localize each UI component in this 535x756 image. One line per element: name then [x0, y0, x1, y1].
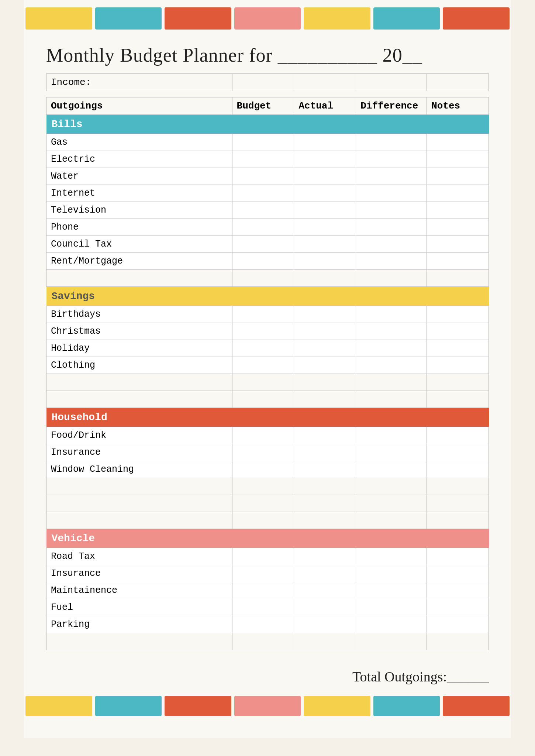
diff-water[interactable]: [356, 168, 427, 185]
budget-road-tax[interactable]: [232, 548, 294, 565]
budget-council-tax[interactable]: [232, 236, 294, 253]
diff-food-drink[interactable]: [356, 427, 427, 444]
row-food-drink: Food/Drink: [46, 427, 489, 444]
actual-rent-mortgage[interactable]: [294, 253, 356, 270]
actual-gas[interactable]: [294, 134, 356, 151]
bottom-color-bar-pink: [234, 696, 301, 716]
notes-food-drink[interactable]: [427, 427, 489, 444]
diff-holiday[interactable]: [356, 340, 427, 357]
actual-clothing[interactable]: [294, 357, 356, 374]
notes-internet[interactable]: [427, 185, 489, 202]
notes-television[interactable]: [427, 202, 489, 219]
budget-holiday[interactable]: [232, 340, 294, 357]
diff-television[interactable]: [356, 202, 427, 219]
income-notes-cell[interactable]: [427, 74, 489, 91]
col-outgoings: Outgoings: [46, 97, 232, 115]
budget-vehicle-insurance[interactable]: [232, 565, 294, 582]
bottom-color-bar-teal: [95, 696, 162, 716]
actual-council-tax[interactable]: [294, 236, 356, 253]
row-phone: Phone: [46, 219, 489, 236]
actual-vehicle-insurance[interactable]: [294, 565, 356, 582]
budget-gas[interactable]: [232, 134, 294, 151]
budget-food-drink[interactable]: [232, 427, 294, 444]
color-bar-pink: [234, 7, 301, 30]
notes-vehicle-insurance[interactable]: [427, 565, 489, 582]
budget-clothing[interactable]: [232, 357, 294, 374]
label-clothing: Clothing: [46, 357, 232, 374]
notes-road-tax[interactable]: [427, 548, 489, 565]
diff-parking[interactable]: [356, 616, 427, 633]
actual-birthdays[interactable]: [294, 306, 356, 323]
budget-television[interactable]: [232, 202, 294, 219]
notes-household-insurance[interactable]: [427, 444, 489, 461]
actual-maintainence[interactable]: [294, 582, 356, 599]
actual-parking[interactable]: [294, 616, 356, 633]
income-diff-cell[interactable]: [356, 74, 427, 91]
actual-road-tax[interactable]: [294, 548, 356, 565]
budget-parking[interactable]: [232, 616, 294, 633]
notes-clothing[interactable]: [427, 357, 489, 374]
budget-window-cleaning[interactable]: [232, 461, 294, 478]
diff-fuel[interactable]: [356, 599, 427, 616]
label-christmas: Christmas: [46, 323, 232, 340]
actual-household-insurance[interactable]: [294, 444, 356, 461]
budget-fuel[interactable]: [232, 599, 294, 616]
income-budget-cell[interactable]: [232, 74, 294, 91]
diff-household-insurance[interactable]: [356, 444, 427, 461]
diff-clothing[interactable]: [356, 357, 427, 374]
page: Monthly Budget Planner for __________ 20…: [24, 0, 511, 738]
diff-electric[interactable]: [356, 151, 427, 168]
empty-savings-2: [46, 391, 489, 408]
notes-fuel[interactable]: [427, 599, 489, 616]
budget-electric[interactable]: [232, 151, 294, 168]
notes-christmas[interactable]: [427, 323, 489, 340]
notes-gas[interactable]: [427, 134, 489, 151]
diff-vehicle-insurance[interactable]: [356, 565, 427, 582]
notes-parking[interactable]: [427, 616, 489, 633]
actual-christmas[interactable]: [294, 323, 356, 340]
income-actual-cell[interactable]: [294, 74, 356, 91]
notes-water[interactable]: [427, 168, 489, 185]
actual-phone[interactable]: [294, 219, 356, 236]
diff-window-cleaning[interactable]: [356, 461, 427, 478]
empty-household-3: [46, 512, 489, 529]
actual-fuel[interactable]: [294, 599, 356, 616]
actual-window-cleaning[interactable]: [294, 461, 356, 478]
actual-food-drink[interactable]: [294, 427, 356, 444]
notes-maintainence[interactable]: [427, 582, 489, 599]
notes-holiday[interactable]: [427, 340, 489, 357]
color-bar-teal: [95, 7, 162, 30]
budget-household-insurance[interactable]: [232, 444, 294, 461]
budget-water[interactable]: [232, 168, 294, 185]
row-birthdays: Birthdays: [46, 306, 489, 323]
budget-internet[interactable]: [232, 185, 294, 202]
notes-window-cleaning[interactable]: [427, 461, 489, 478]
actual-television[interactable]: [294, 202, 356, 219]
diff-christmas[interactable]: [356, 323, 427, 340]
diff-gas[interactable]: [356, 134, 427, 151]
budget-maintainence[interactable]: [232, 582, 294, 599]
diff-road-tax[interactable]: [356, 548, 427, 565]
label-council-tax: Council Tax: [46, 236, 232, 253]
notes-council-tax[interactable]: [427, 236, 489, 253]
label-fuel: Fuel: [46, 599, 232, 616]
actual-water[interactable]: [294, 168, 356, 185]
budget-phone[interactable]: [232, 219, 294, 236]
diff-phone[interactable]: [356, 219, 427, 236]
diff-birthdays[interactable]: [356, 306, 427, 323]
budget-christmas[interactable]: [232, 323, 294, 340]
notes-rent-mortgage[interactable]: [427, 253, 489, 270]
notes-electric[interactable]: [427, 151, 489, 168]
diff-council-tax[interactable]: [356, 236, 427, 253]
budget-rent-mortgage[interactable]: [232, 253, 294, 270]
diff-rent-mortgage[interactable]: [356, 253, 427, 270]
diff-maintainence[interactable]: [356, 582, 427, 599]
actual-electric[interactable]: [294, 151, 356, 168]
diff-internet[interactable]: [356, 185, 427, 202]
actual-internet[interactable]: [294, 185, 356, 202]
actual-holiday[interactable]: [294, 340, 356, 357]
notes-birthdays[interactable]: [427, 306, 489, 323]
budget-birthdays[interactable]: [232, 306, 294, 323]
label-window-cleaning: Window Cleaning: [46, 461, 232, 478]
notes-phone[interactable]: [427, 219, 489, 236]
